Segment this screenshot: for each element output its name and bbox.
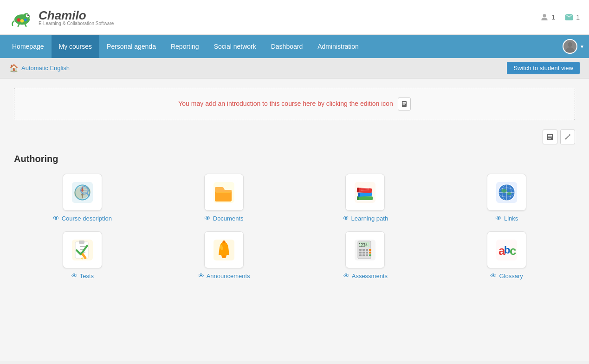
nav-dashboard[interactable]: Dashboard bbox=[264, 35, 311, 58]
navbar-right[interactable]: ▼ bbox=[563, 39, 584, 54]
tools-grid: 👁 Course description � bbox=[14, 174, 575, 280]
svg-rect-14 bbox=[402, 102, 406, 103]
user-icon bbox=[540, 13, 549, 22]
nav-my-courses[interactable]: My courses bbox=[52, 35, 100, 58]
svg-point-64 bbox=[222, 240, 225, 243]
navbar-left: Homepage My courses Personal agenda Repo… bbox=[5, 35, 366, 58]
switch-to-student-view-button[interactable]: Switch to student view bbox=[507, 62, 580, 74]
folder-icon bbox=[211, 180, 237, 205]
tool-icon-course-description[interactable] bbox=[63, 174, 102, 211]
header: Chamilo E-Learning & Collaboration Softw… bbox=[0, 0, 589, 35]
svg-rect-38 bbox=[357, 196, 373, 200]
home-icon: 🏠 bbox=[9, 64, 19, 72]
tool-card-links: 👁 Links bbox=[438, 174, 575, 222]
tool-icon-learning-path[interactable] bbox=[345, 174, 385, 211]
header-icons: 1 1 bbox=[540, 13, 580, 22]
tool-icon-assessments[interactable]: 1234 bbox=[345, 231, 385, 268]
logo[interactable]: Chamilo E-Learning & Collaboration Softw… bbox=[9, 5, 114, 30]
books-icon bbox=[352, 180, 378, 205]
svg-point-54 bbox=[507, 192, 511, 195]
svg-rect-13 bbox=[402, 101, 407, 107]
svg-point-53 bbox=[501, 189, 507, 193]
svg-point-6 bbox=[24, 19, 27, 21]
tool-label-announcements[interactable]: 👁 Announcements bbox=[198, 272, 250, 280]
breadcrumb-link[interactable]: Automatic English bbox=[21, 65, 70, 72]
eye-icon-3: 👁 bbox=[343, 214, 349, 222]
svg-rect-76 bbox=[359, 252, 362, 254]
tool-label-glossary[interactable]: 👁 Glossary bbox=[490, 272, 523, 280]
message-count: 1 bbox=[576, 13, 580, 21]
svg-rect-43 bbox=[357, 188, 359, 192]
tool-icon-documents[interactable] bbox=[204, 174, 244, 211]
tool-card-learning-path: 👁 Learning path bbox=[297, 174, 434, 222]
toolbar-row bbox=[14, 130, 575, 144]
tool-icon-tests[interactable] bbox=[63, 231, 102, 268]
breadcrumb: 🏠 Automatic English bbox=[9, 64, 70, 72]
user-menu-button[interactable]: ▼ bbox=[563, 39, 584, 54]
nav-reporting[interactable]: Reporting bbox=[163, 35, 207, 58]
svg-rect-15 bbox=[402, 104, 406, 104]
abc-icon: a b c bbox=[494, 237, 519, 263]
nav-personal-agenda[interactable]: Personal agenda bbox=[99, 35, 163, 58]
svg-rect-72 bbox=[359, 249, 362, 251]
svg-rect-75 bbox=[369, 249, 371, 251]
eye-icon: 👁 bbox=[53, 214, 59, 222]
svg-rect-77 bbox=[362, 252, 365, 254]
svg-rect-18 bbox=[548, 135, 552, 136]
tool-icon-glossary[interactable]: a b c bbox=[487, 231, 526, 268]
tool-card-tests: 👁 Tests bbox=[14, 231, 151, 280]
tool-card-announcements: 👁 Announcements bbox=[155, 231, 292, 280]
nav-administration[interactable]: Administration bbox=[310, 35, 366, 58]
breadcrumb-bar: 🏠 Automatic English Switch to student vi… bbox=[0, 58, 589, 78]
tool-label-tests[interactable]: 👁 Tests bbox=[71, 272, 94, 280]
tool-card-documents: 👁 Documents bbox=[155, 174, 292, 222]
svg-point-9 bbox=[27, 15, 28, 16]
avatar-image bbox=[563, 40, 576, 53]
svg-rect-81 bbox=[362, 254, 365, 256]
bell-icon bbox=[211, 237, 237, 263]
intro-box: You may add an introduction to this cour… bbox=[14, 88, 575, 120]
svg-rect-57 bbox=[79, 240, 84, 244]
eye-icon-6: 👁 bbox=[198, 272, 204, 280]
svg-point-5 bbox=[20, 19, 24, 22]
tool-card-course-description: 👁 Course description bbox=[14, 174, 151, 222]
eye-icon-5: 👁 bbox=[71, 272, 78, 280]
intro-edit-icon-button[interactable] bbox=[398, 98, 411, 110]
tool-icon-announcements[interactable] bbox=[204, 231, 244, 268]
svg-rect-19 bbox=[548, 136, 552, 137]
svg-rect-20 bbox=[548, 138, 551, 139]
tool-icon-links[interactable] bbox=[487, 174, 526, 211]
tool-card-assessments: 1234 👁 Assessme bbox=[297, 231, 434, 280]
logo-subtitle: E-Learning & Collaboration Software bbox=[39, 21, 114, 26]
wrench-icon bbox=[564, 133, 571, 141]
avatar bbox=[563, 39, 577, 54]
svg-point-66 bbox=[221, 255, 226, 258]
eye-icon-4: 👁 bbox=[495, 214, 502, 222]
settings-button[interactable] bbox=[560, 130, 575, 144]
intro-highlight: introduction to this course here by clic… bbox=[227, 100, 393, 107]
edit-doc-icon bbox=[401, 101, 408, 107]
nav-social-network[interactable]: Social network bbox=[207, 35, 264, 58]
svg-rect-83 bbox=[369, 254, 371, 256]
checklist-icon bbox=[70, 237, 95, 263]
svg-rect-82 bbox=[366, 254, 368, 256]
svg-rect-80 bbox=[359, 254, 362, 256]
svg-rect-78 bbox=[366, 252, 368, 254]
chamilo-chameleon-icon bbox=[9, 5, 35, 30]
svg-text:c: c bbox=[510, 244, 516, 258]
tool-label-documents[interactable]: 👁 Documents bbox=[204, 214, 244, 222]
tool-label-assessments[interactable]: 👁 Assessments bbox=[343, 272, 388, 280]
tool-label-course-description[interactable]: 👁 Course description bbox=[53, 214, 112, 222]
main-content: You may add an introduction to this cour… bbox=[0, 78, 589, 361]
nav-homepage[interactable]: Homepage bbox=[5, 35, 52, 58]
tool-label-learning-path[interactable]: 👁 Learning path bbox=[343, 214, 388, 222]
svg-rect-36 bbox=[216, 192, 231, 193]
intro-text: You may add an introduction to this cour… bbox=[178, 100, 395, 107]
notification-count: 1 bbox=[551, 13, 555, 21]
notification-icon-item[interactable]: 1 bbox=[540, 13, 555, 22]
compass-icon bbox=[70, 180, 95, 205]
edit-button[interactable] bbox=[543, 130, 557, 144]
svg-point-12 bbox=[568, 42, 572, 47]
message-icon-item[interactable]: 1 bbox=[564, 13, 580, 22]
tool-label-links[interactable]: 👁 Links bbox=[495, 214, 518, 222]
